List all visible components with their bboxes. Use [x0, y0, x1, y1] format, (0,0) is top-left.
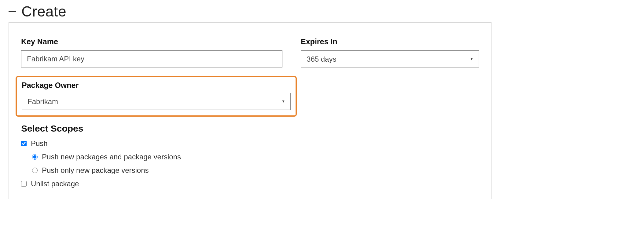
unlist-label: Unlist package [31, 180, 79, 188]
expires-select-wrap: 365 days [301, 50, 479, 67]
label-package-owner: Package Owner [22, 81, 291, 90]
push-versions-label: Push only new package versions [42, 166, 149, 175]
push-label: Push [31, 139, 48, 148]
field-key-name: Key Name [21, 37, 282, 67]
field-expires-in: Expires In 365 days [301, 37, 479, 67]
unlist-checkbox[interactable] [21, 181, 27, 187]
scope-unlist: Unlist package [21, 180, 479, 188]
package-owner-select-wrap: Fabrikam [22, 93, 291, 110]
push-new-radio[interactable] [32, 154, 38, 160]
collapse-icon[interactable] [9, 11, 16, 12]
scope-push: Push [21, 139, 479, 148]
label-expires-in: Expires In [301, 37, 479, 46]
key-name-input[interactable] [21, 50, 282, 67]
package-owner-select[interactable]: Fabrikam [22, 93, 291, 110]
section-title: Create [21, 3, 66, 20]
form-row-top: Key Name Expires In 365 days [21, 37, 479, 67]
push-new-label: Push new packages and package versions [42, 153, 181, 161]
create-panel: Key Name Expires In 365 days Package Own… [9, 22, 491, 199]
expires-select[interactable]: 365 days [301, 50, 479, 67]
scope-push-option-versions: Push only new package versions [32, 166, 479, 175]
package-owner-highlight: Package Owner Fabrikam [16, 76, 297, 117]
push-versions-radio[interactable] [32, 168, 38, 173]
scope-push-option-new: Push new packages and package versions [32, 153, 479, 161]
scopes-title: Select Scopes [21, 123, 479, 134]
section-header: Create [9, 0, 635, 22]
label-key-name: Key Name [21, 37, 282, 46]
push-checkbox[interactable] [21, 141, 27, 146]
